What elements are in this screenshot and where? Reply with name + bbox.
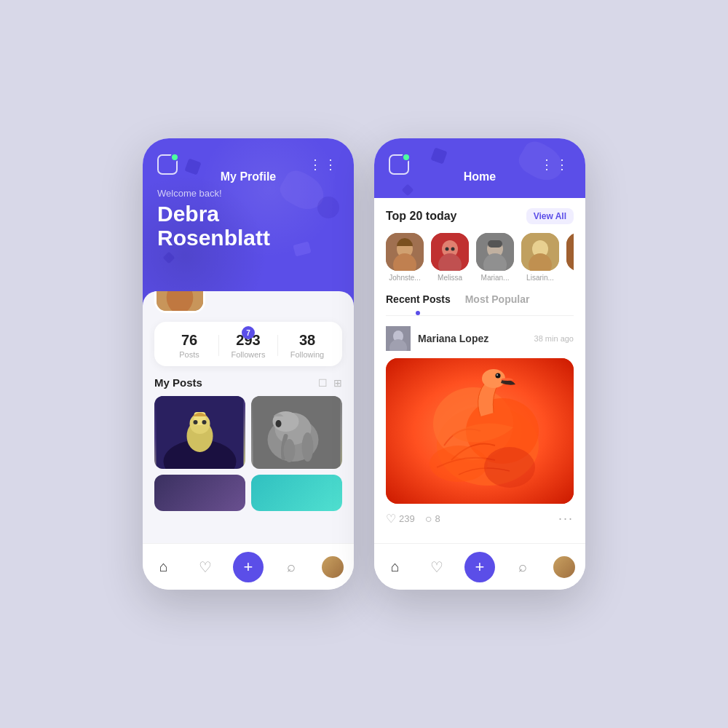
profile-bottom-nav: ⌂ ♡ + ⌕ <box>143 543 354 590</box>
app-logo-icon-home <box>389 154 409 175</box>
top-user-avatar-2 <box>431 233 469 271</box>
top-user-avatar-1 <box>386 233 424 271</box>
top-user-avatar-5 <box>566 233 574 271</box>
user-name: Debra Rosenblatt <box>157 202 339 250</box>
profile-avatar <box>154 291 205 313</box>
welcome-text: Welcome back! <box>157 188 339 199</box>
grid-view-icon[interactable]: ⊞ <box>333 377 342 389</box>
home-body: Top 20 today View All Johnste... <box>374 198 585 543</box>
top20-row: Top 20 today View All <box>386 208 574 224</box>
home-nav-avatar <box>553 556 575 578</box>
search-icon: ⌕ <box>287 558 296 575</box>
profile-body: 76 Posts 7 293 Followers 38 Following My… <box>143 291 354 543</box>
svg-point-11 <box>194 420 198 424</box>
home-nav-favorites[interactable]: ♡ <box>422 553 451 582</box>
following-label: Following <box>278 350 336 359</box>
top-user-name-3: Marian... <box>481 274 510 282</box>
my-posts-title: My Posts <box>154 376 202 389</box>
more-actions-icon[interactable]: ··· <box>558 511 574 526</box>
post-thumbnail-4[interactable] <box>251 475 342 511</box>
posts-count: 76 <box>160 332 218 349</box>
followers-label: Followers <box>219 350 277 359</box>
profile-header: My Profile ⋮⋮ Welcome back! Debra Rosenb… <box>143 138 354 306</box>
list-view-icon[interactable]: ☐ <box>318 377 328 389</box>
home-heart-icon: ♡ <box>430 558 443 576</box>
list-item[interactable]: Melissa <box>431 233 469 282</box>
svg-point-49 <box>484 447 535 488</box>
svg-rect-31 <box>488 240 502 248</box>
list-item[interactable]: Bo... <box>566 233 574 282</box>
home-search-icon: ⌕ <box>518 558 527 575</box>
home-plus-icon: + <box>475 558 485 577</box>
stats-row: 76 Posts 7 293 Followers 38 Following <box>154 322 342 366</box>
profile-header-top: My Profile ⋮⋮ <box>157 154 339 175</box>
nav-profile[interactable] <box>318 553 347 582</box>
profile-phone: My Profile ⋮⋮ Welcome back! Debra Rosenb… <box>143 138 354 590</box>
svg-point-18 <box>302 432 314 462</box>
home-nav-home-icon: ⌂ <box>391 558 400 575</box>
more-posts-row <box>154 475 342 511</box>
svg-point-26 <box>446 248 449 251</box>
stat-followers: 7 293 Followers <box>219 332 277 359</box>
svg-rect-35 <box>566 233 574 271</box>
top-user-name-4: Lisarin... <box>526 274 554 282</box>
stat-posts: 76 Posts <box>160 332 218 359</box>
profile-screen-title: My Profile <box>221 170 276 183</box>
like-action[interactable]: ♡ 239 <box>386 512 415 526</box>
app-logo-icon <box>157 154 178 175</box>
list-item[interactable]: Johnste... <box>386 233 424 282</box>
home-nav-profile[interactable] <box>550 553 579 582</box>
home-phone: Home ⋮⋮ Top 20 today View All <box>374 138 585 590</box>
list-item[interactable]: Marian... <box>476 233 514 282</box>
comment-count: 8 <box>435 513 440 524</box>
posts-label: Posts <box>160 350 218 359</box>
svg-point-12 <box>202 420 207 424</box>
followers-badge: 7 <box>242 326 255 339</box>
home-more-options-icon[interactable]: ⋮⋮ <box>540 157 571 173</box>
svg-point-17 <box>276 420 282 427</box>
phones-container: My Profile ⋮⋮ Welcome back! Debra Rosenb… <box>143 138 585 590</box>
top-user-avatar-4 <box>521 233 559 271</box>
like-icon: ♡ <box>386 512 396 526</box>
plus-icon: + <box>244 558 253 577</box>
post-author-avatar <box>386 326 411 351</box>
following-count: 38 <box>278 332 336 349</box>
post-timestamp: 38 min ago <box>534 334 574 343</box>
post-thumbnail-bird[interactable] <box>154 396 245 469</box>
post-thumbnail-3[interactable] <box>154 475 245 511</box>
posts-view-toggle[interactable]: ☐ ⊞ <box>318 377 342 389</box>
view-all-button[interactable]: View All <box>526 208 574 224</box>
top-user-name-1: Johnste... <box>389 274 420 282</box>
svg-point-27 <box>451 248 455 251</box>
top-user-avatar-3 <box>476 233 514 271</box>
svg-point-47 <box>496 374 498 376</box>
nav-search[interactable]: ⌕ <box>277 553 306 582</box>
tab-recent-posts[interactable]: Recent Posts <box>386 293 451 309</box>
top20-avatars-row: Johnste... Melissa <box>386 233 574 282</box>
more-options-icon[interactable]: ⋮⋮ <box>309 157 339 173</box>
top-user-name-2: Melissa <box>438 274 462 282</box>
home-nav-search[interactable]: ⌕ <box>508 553 537 582</box>
like-count: 239 <box>399 513 415 524</box>
home-icon: ⌂ <box>159 558 168 575</box>
top20-title: Top 20 today <box>386 210 457 223</box>
home-nav-add[interactable]: + <box>464 552 495 582</box>
home-screen-title: Home <box>464 170 496 183</box>
nav-home[interactable]: ⌂ <box>149 553 178 582</box>
stat-following: 38 Following <box>278 332 336 359</box>
comment-action[interactable]: ○ 8 <box>425 513 440 526</box>
list-item[interactable]: Lisarin... <box>521 233 559 282</box>
post-author-row: Mariana Lopez 38 min ago <box>386 326 574 351</box>
posts-tabs: Recent Posts Most Popular <box>386 293 574 316</box>
comment-icon: ○ <box>425 513 432 526</box>
nav-favorites[interactable]: ♡ <box>191 553 220 582</box>
tab-most-popular[interactable]: Most Popular <box>465 293 530 309</box>
post-image <box>386 358 574 504</box>
nav-add[interactable]: + <box>233 552 264 582</box>
post-author-name: Mariana Lopez <box>418 333 488 344</box>
post-thumbnail-elephant[interactable] <box>251 396 342 469</box>
home-nav-home[interactable]: ⌂ <box>381 553 410 582</box>
svg-point-48 <box>430 446 488 482</box>
svg-point-2 <box>167 291 194 311</box>
posts-grid <box>154 396 342 469</box>
